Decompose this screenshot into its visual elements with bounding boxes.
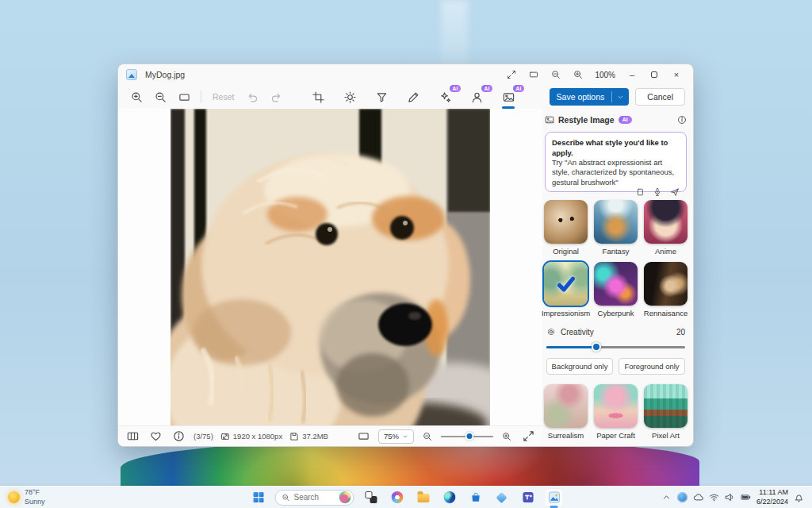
foreground-only-button[interactable]: Foreground only: [619, 358, 685, 375]
zoom-slider[interactable]: [441, 431, 493, 442]
task-view-button[interactable]: [362, 488, 381, 507]
clock[interactable]: 11:11 AM 6/22/2024: [756, 488, 788, 506]
style-thumb-anime[interactable]: [644, 200, 688, 244]
style-label: Paper Craft: [596, 431, 635, 440]
info-button[interactable]: [170, 427, 186, 446]
expand-prompt-button[interactable]: [635, 187, 645, 197]
zoom-value: 75%: [384, 432, 399, 441]
start-button[interactable]: [249, 488, 268, 507]
wifi-icon[interactable]: [709, 492, 719, 502]
weather-condition: Sunny: [25, 498, 45, 506]
battery-icon[interactable]: [741, 492, 751, 502]
style-thumb-impressionism[interactable]: [544, 262, 588, 306]
filmstrip-button[interactable]: [124, 427, 140, 446]
maximize-icon: [651, 71, 657, 78]
panel-info-button[interactable]: [677, 115, 687, 125]
fullscreen-button[interactable]: [501, 66, 522, 83]
viewer-statusbar: (3/75) 1920 x 1080px 37.2MB 75%: [118, 425, 542, 446]
taskbar-search[interactable]: [275, 490, 354, 506]
search-input[interactable]: [294, 493, 334, 502]
fit-to-window-button[interactable]: [174, 87, 194, 106]
store-button[interactable]: [466, 488, 485, 507]
teams-button[interactable]: [519, 488, 538, 507]
markup-tool-button[interactable]: [403, 87, 423, 106]
style-label: Anime: [655, 247, 676, 256]
photos-taskbar-button[interactable]: [545, 488, 564, 507]
taskbar: 78°F Sunny 11:11 AM 6/22/2024: [0, 486, 812, 508]
photos-app-window: MyDog.jpg 100% – × Reset AI: [117, 64, 694, 447]
redo-button[interactable]: [266, 87, 286, 106]
generative-erase-button[interactable]: AI: [435, 87, 455, 106]
ai-badge: AI: [619, 116, 632, 124]
adjust-tool-button[interactable]: [339, 87, 360, 106]
selected-check-icon: [544, 262, 588, 306]
zoom-select[interactable]: 75%: [378, 429, 414, 444]
zoom-out-button[interactable]: [546, 66, 566, 83]
tray-chevron-up-icon[interactable]: [661, 492, 672, 502]
teams-icon: [522, 491, 534, 503]
style-thumb-surrealism[interactable]: [544, 384, 588, 428]
restyle-panel: Restyle Image AI Describe what style you…: [542, 109, 693, 446]
cancel-button[interactable]: Cancel: [635, 88, 685, 106]
slider-zoom-out-button[interactable]: [420, 427, 435, 446]
reset-button[interactable]: Reset: [208, 92, 239, 102]
prompt-heading: Describe what style you'd like to apply.: [552, 138, 680, 158]
background-only-button[interactable]: Background only: [546, 358, 613, 375]
file-explorer-button[interactable]: [414, 488, 433, 507]
image-viewer: (3/75) 1920 x 1080px 37.2MB 75%: [118, 109, 542, 446]
style-thumb-paper-craft[interactable]: [594, 384, 638, 428]
background-tool-button[interactable]: AI: [466, 87, 487, 106]
copilot-button[interactable]: [388, 488, 407, 507]
restyle-tool-button[interactable]: AI: [498, 87, 519, 106]
maximize-button[interactable]: [644, 66, 665, 83]
tray-app-icon[interactable]: [677, 492, 688, 502]
style-thumb-pixel-art[interactable]: [644, 384, 688, 428]
selected-tab-indicator: [502, 106, 515, 109]
onedrive-cloud-icon[interactable]: [693, 492, 703, 502]
tray-time: 11:11 AM: [759, 488, 788, 496]
canvas-zoom-in-button[interactable]: [126, 87, 147, 106]
creativity-icon: [546, 327, 556, 337]
divider: [201, 90, 201, 103]
dictate-button[interactable]: [653, 187, 662, 197]
send-prompt-button[interactable]: [670, 187, 680, 197]
restyle-image-icon: [545, 115, 554, 125]
creativity-slider[interactable]: [546, 341, 685, 352]
edit-toolbar: Reset AI AI AI Save options Cancel: [118, 85, 693, 109]
creativity-slider-thumb[interactable]: [592, 342, 601, 352]
fullscreen-toggle-button[interactable]: [520, 427, 536, 446]
canvas-zoom-out-button[interactable]: [150, 87, 170, 106]
slideshow-button[interactable]: [523, 66, 544, 83]
favorite-button[interactable]: [147, 427, 163, 446]
zoom-slider-thumb[interactable]: [465, 432, 474, 441]
undo-button[interactable]: [242, 87, 262, 106]
style-prompt-input[interactable]: Describe what style you'd like to apply.…: [545, 132, 687, 192]
edge-button[interactable]: [440, 488, 459, 507]
edge-icon: [443, 491, 455, 503]
photo-dimensions: 1920 x 1080px: [233, 432, 282, 441]
style-thumb-fantasy[interactable]: [594, 200, 638, 244]
search-highlight-image: [339, 491, 351, 503]
chevron-down-icon: [402, 433, 408, 440]
notifications-bell-icon[interactable]: [794, 492, 804, 502]
style-thumb-rennaisance[interactable]: [644, 262, 688, 306]
creativity-slider-fill: [546, 346, 596, 348]
chevron-down-icon[interactable]: [612, 94, 629, 101]
copilot-icon: [391, 491, 403, 503]
save-options-button[interactable]: Save options: [550, 88, 630, 106]
volume-icon[interactable]: [725, 492, 735, 502]
minimize-button[interactable]: –: [622, 66, 642, 83]
fit-screen-button[interactable]: [356, 427, 372, 446]
style-thumb-original[interactable]: [544, 200, 588, 244]
zoom-in-button[interactable]: [568, 66, 588, 83]
weather-widget[interactable]: 78°F Sunny: [0, 487, 53, 508]
crop-tool-button[interactable]: [308, 87, 328, 106]
filter-tool-button[interactable]: [371, 87, 392, 106]
slider-zoom-in-button[interactable]: [500, 427, 514, 446]
style-thumb-cyberpunk[interactable]: [594, 262, 638, 306]
weather-temp: 78°F: [25, 488, 40, 496]
close-button[interactable]: ×: [666, 66, 687, 83]
photo-filesize: 37.2MB: [302, 432, 328, 441]
dog-photo: [170, 109, 490, 425]
dev-app-button[interactable]: [492, 488, 511, 507]
